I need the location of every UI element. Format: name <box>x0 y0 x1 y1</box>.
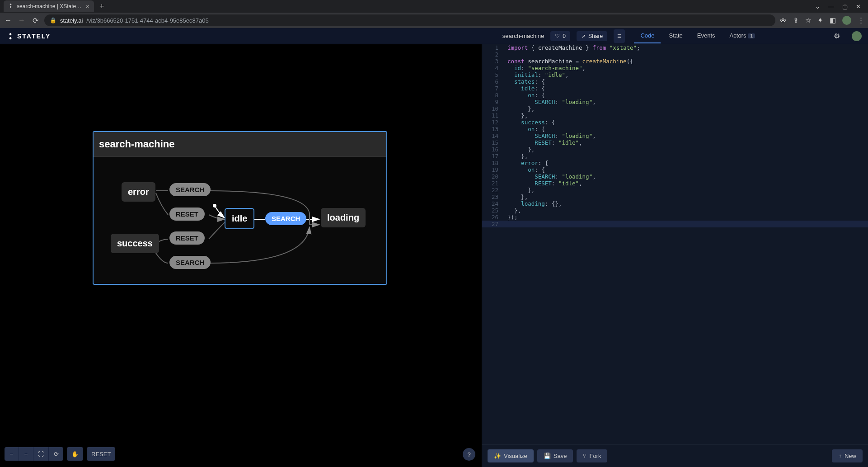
line-number: 5 <box>482 71 505 78</box>
code-line[interactable]: 2 <box>482 51 868 58</box>
code-line[interactable]: 5 initial: "idle", <box>482 71 868 78</box>
code-line[interactable]: 9 SEARCH: "loading", <box>482 99 868 105</box>
tab-code[interactable]: Code <box>634 28 661 43</box>
code-line[interactable]: 17 }, <box>482 153 868 160</box>
code-line[interactable]: 20 SEARCH: "loading", <box>482 173 868 180</box>
code-line[interactable]: 27 <box>482 221 868 227</box>
line-content: RESET: "idle", <box>505 139 582 146</box>
line-number: 7 <box>482 85 505 92</box>
event-reset-from-error[interactable]: RESET <box>169 208 205 221</box>
code-line[interactable]: 1import { createMachine } from "xstate"; <box>482 44 868 51</box>
line-content: SEARCH: "loading", <box>505 99 596 105</box>
url-input[interactable]: 🔒 stately.ai/viz/3b666520-1751-4744-acb4… <box>44 14 775 26</box>
code-line[interactable]: 15 RESET: "idle", <box>482 139 868 146</box>
line-number: 6 <box>482 78 505 85</box>
code-footer: ✨ Visualize 💾 Save ⑂ Fork + New <box>482 444 868 467</box>
likes-count: 0 <box>563 33 566 39</box>
menu-icon[interactable]: ⋮ <box>858 16 864 24</box>
logo[interactable]: STATELY <box>6 32 51 40</box>
sidebar-icon[interactable]: ◧ <box>830 16 836 24</box>
reset-machine-button[interactable]: RESET <box>87 447 115 461</box>
extensions-icon[interactable]: ✦ <box>817 16 823 24</box>
close-window-icon[interactable]: ✕ <box>856 3 861 10</box>
code-line[interactable]: 12 success: { <box>482 119 868 126</box>
zoom-out-button[interactable]: − <box>5 447 19 461</box>
share-icon[interactable]: ⇪ <box>793 16 799 24</box>
event-search-from-error[interactable]: SEARCH <box>169 183 211 196</box>
state-success[interactable]: success <box>111 234 159 253</box>
hamburger-menu-button[interactable]: ≡ <box>614 29 625 43</box>
code-line[interactable]: 21 RESET: "idle", <box>482 180 868 187</box>
state-loading[interactable]: loading <box>321 208 366 227</box>
share-button[interactable]: ↗ Share <box>577 31 607 41</box>
code-line[interactable]: 22 }, <box>482 187 868 193</box>
line-content: SEARCH: "loading", <box>505 173 596 180</box>
svg-point-0 <box>213 204 216 208</box>
star-icon[interactable]: ☆ <box>805 16 811 24</box>
likes-button[interactable]: ♡ 0 <box>550 31 570 41</box>
code-line[interactable]: 19 on: { <box>482 166 868 173</box>
tab-close-icon[interactable]: × <box>86 3 89 10</box>
plus-icon: + <box>24 451 28 458</box>
line-number: 23 <box>482 193 505 200</box>
settings-button[interactable]: ⚙ <box>834 32 840 40</box>
code-line[interactable]: 4 id: "search-machine", <box>482 65 868 71</box>
tab-actors[interactable]: Actors1 <box>723 28 761 43</box>
minus-icon: − <box>10 451 14 458</box>
new-button[interactable]: + New <box>832 449 863 462</box>
fork-button[interactable]: ⑂ Fork <box>577 449 607 462</box>
code-line[interactable]: 8 on: { <box>482 92 868 99</box>
line-number: 2 <box>482 51 505 58</box>
eye-off-icon[interactable]: 👁 <box>780 17 787 24</box>
visualize-button[interactable]: ✨ Visualize <box>488 449 534 462</box>
refresh-button[interactable]: ⟳ <box>49 447 63 461</box>
code-line[interactable]: 26}); <box>482 214 868 221</box>
code-line[interactable]: 25 }, <box>482 207 868 214</box>
browser-tab[interactable]: search-machine | XState Visualize × <box>4 0 94 12</box>
new-tab-button[interactable]: + <box>94 2 110 11</box>
code-line[interactable]: 13 on: { <box>482 126 868 132</box>
user-avatar[interactable] <box>852 31 862 41</box>
line-content: const searchMachine = createMachine({ <box>505 58 633 65</box>
hand-tool-button[interactable]: ✋ <box>67 447 83 461</box>
code-line[interactable]: 6 states: { <box>482 78 868 85</box>
tab-state[interactable]: State <box>662 28 689 43</box>
code-line[interactable]: 7 idle: { <box>482 85 868 92</box>
fit-button[interactable]: ⛶ <box>33 447 49 461</box>
nav-reload-icon[interactable]: ⟳ <box>31 16 40 25</box>
code-line[interactable]: 23 }, <box>482 193 868 200</box>
visualizer-canvas[interactable]: search-machine <box>0 44 482 467</box>
state-error[interactable]: error <box>122 182 155 202</box>
share-label: Share <box>588 33 603 39</box>
panel-tabs: Code State Events Actors1 <box>634 28 761 43</box>
line-number: 26 <box>482 214 505 221</box>
code-line[interactable]: 10 }, <box>482 105 868 112</box>
line-number: 15 <box>482 139 505 146</box>
code-line[interactable]: 16 }, <box>482 146 868 153</box>
code-editor[interactable]: 1import { createMachine } from "xstate";… <box>482 44 868 467</box>
chevron-down-icon[interactable]: ⌄ <box>815 3 820 10</box>
code-line[interactable]: 24 loading: {}, <box>482 200 868 207</box>
code-panel: 1import { createMachine } from "xstate";… <box>482 44 868 467</box>
state-idle[interactable]: idle <box>225 208 254 229</box>
code-line[interactable]: 11 }, <box>482 112 868 119</box>
help-button[interactable]: ? <box>463 448 475 461</box>
tab-events[interactable]: Events <box>691 28 722 43</box>
line-content: idle: { <box>505 85 545 92</box>
profile-avatar-icon[interactable] <box>842 16 851 25</box>
diagram-body: error success idle loading SEARCH RESET … <box>94 157 386 284</box>
maximize-icon[interactable]: ▢ <box>842 3 848 10</box>
code-line[interactable]: 18 error: { <box>482 160 868 166</box>
minimize-icon[interactable]: — <box>828 3 834 10</box>
heart-icon: ♡ <box>555 33 560 39</box>
event-search-from-idle[interactable]: SEARCH <box>265 212 306 225</box>
event-search-from-success[interactable]: SEARCH <box>169 256 211 269</box>
code-line[interactable]: 3const searchMachine = createMachine({ <box>482 58 868 65</box>
code-line[interactable]: 14 SEARCH: "loading", <box>482 132 868 139</box>
zoom-in-button[interactable]: + <box>19 447 33 461</box>
save-button[interactable]: 💾 Save <box>537 449 573 462</box>
line-number: 18 <box>482 160 505 166</box>
nav-back-icon[interactable]: ← <box>4 16 13 24</box>
line-content: }, <box>505 112 528 119</box>
event-reset-from-success[interactable]: RESET <box>169 231 205 245</box>
